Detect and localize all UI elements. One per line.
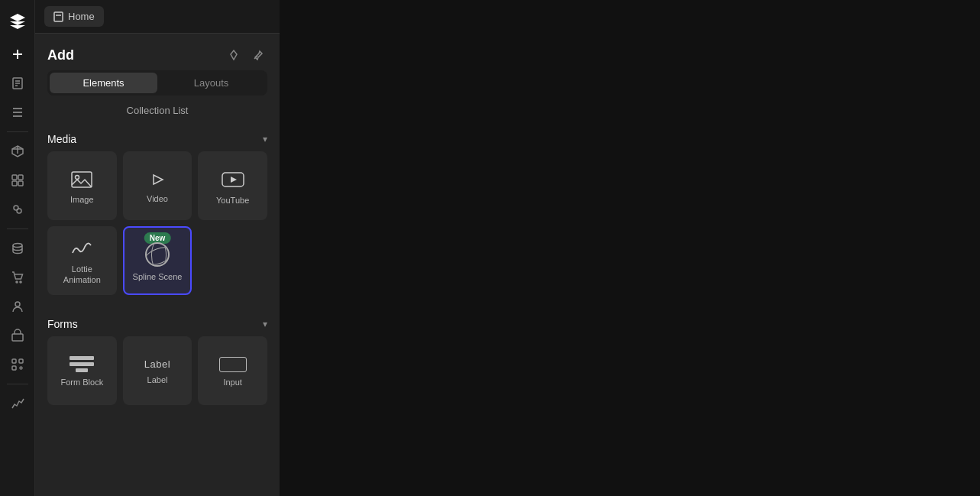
sidebar-menu-button[interactable] <box>3 99 32 125</box>
svg-point-31 <box>76 175 79 179</box>
sidebar-divider-1 <box>7 131 28 132</box>
svg-rect-24 <box>12 366 16 370</box>
svg-rect-13 <box>12 181 17 186</box>
input-visual <box>219 357 247 372</box>
spline-sphere <box>145 242 170 267</box>
sidebar-colors-button[interactable] <box>3 196 32 222</box>
sidebar-assets-button[interactable] <box>3 167 32 193</box>
label-visual: Label <box>144 358 170 370</box>
image-label: Image <box>70 194 94 205</box>
forms-chevron-icon: ▾ <box>263 319 267 329</box>
forms-section-header[interactable]: Forms ▾ <box>47 310 267 336</box>
image-icon <box>70 170 93 190</box>
element-card-input[interactable]: Input <box>198 336 267 405</box>
lottie-label: Lottie Animation <box>53 264 111 286</box>
element-card-spline[interactable]: New Spline Scene <box>123 226 192 295</box>
sidebar-cms-button[interactable] <box>3 235 32 261</box>
svg-point-18 <box>16 281 18 283</box>
element-layout-tabs: Elements Layouts <box>47 70 267 96</box>
panel-header-icons <box>225 46 267 64</box>
sidebar-components-button[interactable] <box>3 138 32 164</box>
icon-sidebar <box>0 0 35 496</box>
svg-rect-21 <box>12 334 23 341</box>
svg-point-19 <box>20 281 21 283</box>
svg-point-17 <box>13 244 22 248</box>
svg-rect-30 <box>72 172 92 187</box>
panel-content: Collection List Media ▾ I <box>35 102 280 496</box>
svg-rect-22 <box>12 359 16 363</box>
svg-rect-12 <box>18 175 23 180</box>
fb-row-1 <box>70 356 94 360</box>
form-block-visual <box>70 356 94 372</box>
sidebar-users-button[interactable] <box>3 293 32 319</box>
spline-icon <box>145 242 170 267</box>
sidebar-divider-2 <box>7 229 28 229</box>
label-element-label: Label <box>147 374 168 385</box>
canvas-area <box>280 0 980 496</box>
home-tab-label: Home <box>68 11 95 22</box>
input-element-label: Input <box>223 377 241 387</box>
home-tab[interactable]: Home <box>44 6 104 27</box>
youtube-icon <box>221 169 245 190</box>
video-label: Video <box>147 193 168 204</box>
forms-section-title: Forms <box>47 318 78 330</box>
sidebar-divider-3 <box>7 384 28 384</box>
svg-rect-27 <box>54 12 63 21</box>
media-section-header[interactable]: Media ▾ <box>47 125 267 151</box>
svg-rect-14 <box>18 181 23 186</box>
panel-title: Add <box>47 47 74 63</box>
top-bar: Home <box>35 0 280 34</box>
svg-rect-11 <box>12 175 17 180</box>
media-section: Media ▾ Image <box>35 125 280 298</box>
sidebar-ecommerce-button[interactable] <box>3 264 32 290</box>
lottie-icon <box>70 239 94 259</box>
home-tab-icon <box>53 11 63 22</box>
label-icon: Label <box>144 358 170 370</box>
element-card-youtube[interactable]: YouTube <box>198 151 267 220</box>
panel-icon-diamond[interactable] <box>225 46 243 64</box>
sidebar-add-button[interactable] <box>3 41 32 67</box>
media-elements-grid: Image Video <box>47 151 267 298</box>
media-section-title: Media <box>47 133 76 145</box>
svg-rect-23 <box>19 359 23 363</box>
svg-marker-32 <box>154 175 163 184</box>
element-card-lottie[interactable]: Lottie Animation <box>47 226 117 295</box>
element-card-video[interactable]: Video <box>123 151 192 220</box>
fb-row-short <box>76 368 88 372</box>
form-block-icon <box>70 356 94 372</box>
element-card-label[interactable]: Label Label <box>123 336 192 405</box>
sidebar-analytics-button[interactable] <box>3 391 32 417</box>
sidebar-store-button[interactable] <box>3 323 32 348</box>
tab-layouts[interactable]: Layouts <box>157 73 265 93</box>
fb-row-2 <box>70 362 94 366</box>
video-icon <box>147 170 168 189</box>
element-card-form-block[interactable]: Form Block <box>47 336 117 405</box>
media-chevron-icon: ▾ <box>263 134 267 144</box>
app-logo <box>4 8 31 35</box>
svg-point-16 <box>17 209 21 213</box>
sidebar-apps-button[interactable] <box>3 352 32 378</box>
panel-header: Add <box>35 34 280 70</box>
forms-section: Forms ▾ Form Block <box>35 310 280 408</box>
input-icon <box>219 357 247 372</box>
svg-point-20 <box>15 302 20 306</box>
youtube-label: YouTube <box>216 195 249 206</box>
tab-elements[interactable]: Elements <box>50 73 157 93</box>
add-panel: Home Add Elements Layouts Collection Lis <box>35 0 280 496</box>
panel-icon-pin[interactable] <box>249 46 267 64</box>
form-block-label: Form Block <box>61 377 104 387</box>
element-card-image[interactable]: Image <box>47 151 117 220</box>
svg-marker-34 <box>231 177 237 183</box>
spline-label: Spline Scene <box>133 271 183 282</box>
sidebar-pages-button[interactable] <box>3 70 32 96</box>
forms-elements-grid: Form Block Label Label Input <box>47 336 267 408</box>
collection-list-item[interactable]: Collection List <box>35 102 280 125</box>
